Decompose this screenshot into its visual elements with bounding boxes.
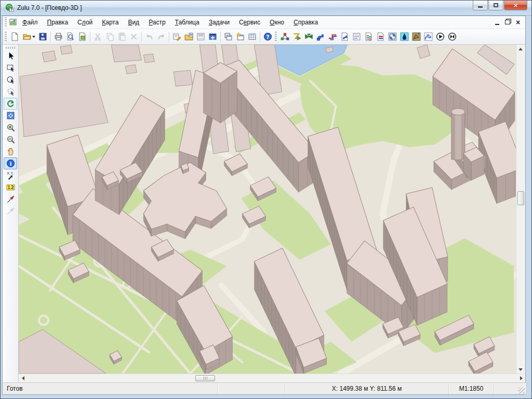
window-controls: ×: [472, 1, 527, 10]
menu-edit[interactable]: Правка: [43, 17, 73, 28]
save-button[interactable]: [37, 31, 49, 43]
vertical-scrollbar[interactable]: [516, 45, 525, 374]
menu-help[interactable]: Справка: [289, 17, 323, 28]
horizontal-scrollbar[interactable]: [19, 374, 525, 382]
menu-raster[interactable]: Растр: [144, 17, 170, 28]
window-title: Zulu 7.0 - [Псевдо-3D ]: [17, 4, 82, 11]
zoom-out-button[interactable]: [4, 134, 17, 145]
graph-network-button[interactable]: [410, 31, 422, 43]
maximize-button[interactable]: [488, 1, 503, 10]
status-scale: М1:1850: [449, 383, 494, 394]
select-circle-button[interactable]: [4, 74, 17, 86]
open-table-button[interactable]: [246, 31, 258, 43]
paste-button[interactable]: [116, 31, 128, 43]
zoom-extent-button[interactable]: [4, 110, 17, 122]
app-icon: 7: [5, 4, 14, 12]
new-table-button[interactable]: [234, 31, 246, 43]
scroll-right-button[interactable]: [517, 374, 525, 382]
stop-valve-button[interactable]: [446, 31, 458, 43]
menu-service[interactable]: Сервис: [234, 17, 265, 28]
mdi-child-icon[interactable]: [9, 18, 18, 27]
svg-text:2: 2: [10, 185, 14, 190]
minimize-button[interactable]: [473, 1, 488, 10]
zulu-network-button[interactable]: [291, 31, 303, 43]
status-empty: [218, 383, 285, 394]
resize-grip[interactable]: [518, 388, 525, 394]
child-minimize-button[interactable]: [492, 18, 502, 26]
svg-text:Y.: Y.: [10, 171, 13, 176]
add-window-button[interactable]: [207, 31, 219, 43]
scroll-left-button[interactable]: [19, 374, 27, 382]
toolbar: ?: [3, 29, 525, 45]
valve-tool-button[interactable]: [303, 31, 315, 43]
toolbar-separator: [50, 32, 51, 42]
goto-xy-button[interactable]: X,Y.: [4, 169, 17, 181]
pan-hand-button[interactable]: [4, 145, 17, 157]
menu-grip[interactable]: [5, 17, 7, 28]
close-button[interactable]: ×: [504, 1, 527, 10]
charts-doc-button[interactable]: [363, 31, 375, 43]
copy-button[interactable]: [104, 31, 116, 43]
menu-table[interactable]: Таблица: [170, 17, 204, 28]
menu-file[interactable]: Файл: [18, 17, 43, 28]
select-rect-button[interactable]: [4, 62, 17, 74]
labels-button[interactable]: 12: [4, 181, 17, 193]
zoom-in-button[interactable]: [4, 122, 17, 134]
menu-map[interactable]: Карта: [97, 17, 123, 28]
select-polygon-button[interactable]: [4, 86, 17, 98]
help-button-button[interactable]: ?: [262, 31, 274, 43]
hydraulics-button[interactable]: [315, 31, 327, 43]
map-canvas[interactable]: [19, 45, 516, 374]
toolbar-separator: [141, 32, 142, 42]
layer-manager-button[interactable]: [183, 31, 195, 43]
child-restore-button[interactable]: [502, 18, 513, 26]
horizontal-scroll-thumb[interactable]: [195, 375, 215, 381]
select-cursor-button[interactable]: [4, 50, 17, 62]
svg-text:i: i: [9, 161, 11, 167]
toolbar-grip[interactable]: [5, 32, 7, 42]
export-button[interactable]: [76, 31, 88, 43]
piezometric-doc-button[interactable]: [375, 31, 387, 43]
toolbar-separator: [90, 32, 90, 42]
menu-tasks[interactable]: Задачи: [204, 17, 234, 28]
piezo-graph-button[interactable]: [422, 31, 434, 43]
menu-layer[interactable]: Слой: [73, 17, 97, 28]
toolbar-grip[interactable]: [6, 47, 15, 49]
print-preview-button[interactable]: [64, 31, 76, 43]
refresh-map-button[interactable]: [4, 98, 17, 110]
child-close-button[interactable]: ×: [513, 18, 523, 26]
map-tools-toolbar: iX,Y.12: [3, 45, 19, 382]
legend-button[interactable]: [195, 31, 207, 43]
new-button[interactable]: [9, 31, 21, 43]
status-coordinates: X: 1499.38 м Y: 811.56 м: [285, 383, 449, 394]
menu-view[interactable]: Вид: [123, 17, 144, 28]
pipelines-button[interactable]: [327, 31, 339, 43]
toolbar-separator: [260, 32, 260, 42]
app-window: 7 Zulu 7.0 - [Псевдо-3D ] × ФайлПравкаСл…: [0, 0, 532, 399]
calculation-button[interactable]: [387, 31, 398, 43]
vertical-scroll-thumb[interactable]: [517, 191, 524, 205]
scroll-down-button[interactable]: [516, 365, 525, 374]
start-button[interactable]: [434, 31, 446, 43]
title-bar[interactable]: 7 Zulu 7.0 - [Псевдо-3D ] ×: [1, 1, 531, 16]
layer-properties-button[interactable]: [171, 31, 183, 43]
table-doc-button[interactable]: [351, 31, 363, 43]
flag-marker-off-button[interactable]: [4, 205, 17, 217]
toolbar-grip[interactable]: [275, 32, 277, 42]
copy-window-button[interactable]: [222, 31, 234, 43]
water-drop-button[interactable]: [398, 31, 410, 43]
network-model-button[interactable]: [279, 31, 291, 43]
flag-marker-button[interactable]: [4, 193, 17, 205]
object-info-button[interactable]: i: [4, 157, 17, 169]
menu-window[interactable]: Окно: [265, 17, 289, 28]
redo-button[interactable]: [155, 31, 167, 43]
delete-button[interactable]: [128, 31, 140, 43]
scroll-up-button[interactable]: [516, 45, 525, 53]
undo-button[interactable]: [143, 31, 155, 43]
svg-text:1: 1: [7, 185, 10, 190]
hydraulic-doc-button[interactable]: [339, 31, 351, 43]
mdi-child-controls: ×: [492, 18, 523, 26]
cut-button[interactable]: [92, 31, 104, 43]
print-button[interactable]: [52, 31, 64, 43]
open-button[interactable]: [21, 31, 37, 43]
